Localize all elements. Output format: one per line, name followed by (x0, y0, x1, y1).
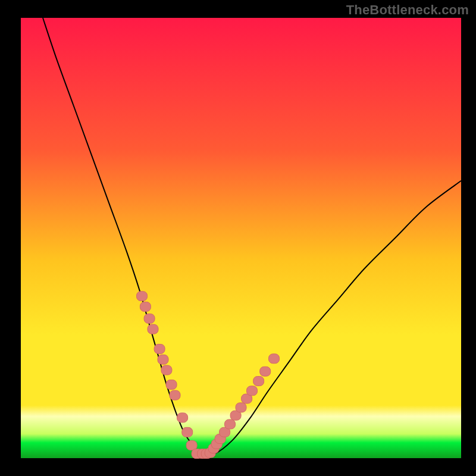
chart-frame: TheBottleneck.com (0, 0, 476, 476)
highlight-marker (144, 314, 155, 323)
highlight-marker (269, 354, 280, 364)
highlight-marker (253, 377, 264, 386)
highlight-marker (177, 413, 188, 422)
highlight-marker (182, 427, 193, 437)
bottleneck-chart (0, 0, 476, 476)
highlight-marker (236, 403, 246, 412)
highlight-marker (170, 390, 180, 400)
highlight-marker (161, 365, 172, 375)
highlight-marker (158, 355, 168, 364)
highlight-marker (154, 344, 165, 353)
highlight-marker (247, 386, 258, 396)
highlight-marker (148, 324, 158, 334)
highlight-marker (166, 380, 177, 389)
highlight-marker (225, 419, 236, 429)
highlight-marker (260, 367, 271, 376)
highlight-marker (140, 302, 151, 311)
watermark-text: TheBottleneck.com (346, 2, 469, 18)
highlight-marker (137, 292, 148, 301)
